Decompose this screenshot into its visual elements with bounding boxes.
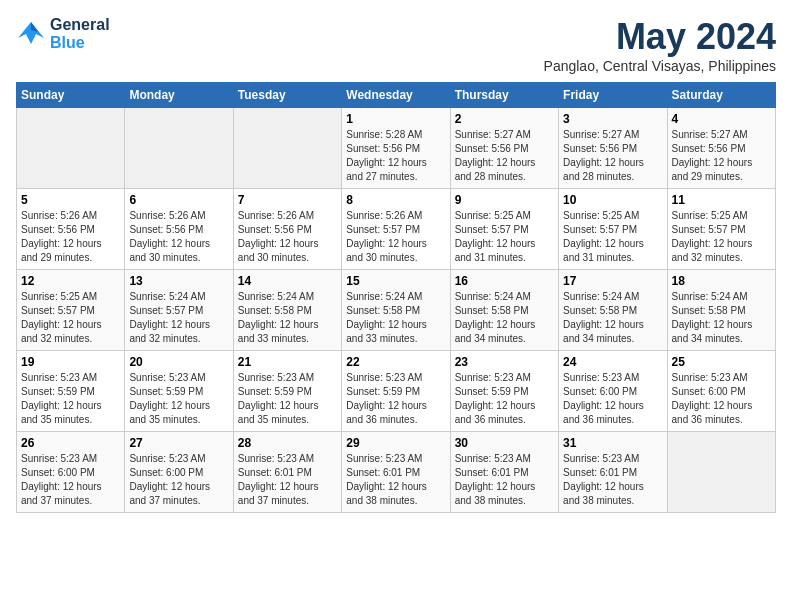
day-number: 3 xyxy=(563,112,662,126)
day-info: Sunrise: 5:23 AM Sunset: 6:00 PM Dayligh… xyxy=(129,452,228,508)
day-info: Sunrise: 5:23 AM Sunset: 5:59 PM Dayligh… xyxy=(129,371,228,427)
day-number: 24 xyxy=(563,355,662,369)
day-info: Sunrise: 5:24 AM Sunset: 5:57 PM Dayligh… xyxy=(129,290,228,346)
calendar-cell: 7Sunrise: 5:26 AM Sunset: 5:56 PM Daylig… xyxy=(233,189,341,270)
day-info: Sunrise: 5:23 AM Sunset: 5:59 PM Dayligh… xyxy=(21,371,120,427)
calendar-cell: 11Sunrise: 5:25 AM Sunset: 5:57 PM Dayli… xyxy=(667,189,775,270)
calendar-cell: 31Sunrise: 5:23 AM Sunset: 6:01 PM Dayli… xyxy=(559,432,667,513)
calendar-cell xyxy=(667,432,775,513)
calendar-cell: 25Sunrise: 5:23 AM Sunset: 6:00 PM Dayli… xyxy=(667,351,775,432)
calendar-header-thursday: Thursday xyxy=(450,83,558,108)
day-number: 7 xyxy=(238,193,337,207)
calendar-cell: 22Sunrise: 5:23 AM Sunset: 5:59 PM Dayli… xyxy=(342,351,450,432)
calendar-cell: 15Sunrise: 5:24 AM Sunset: 5:58 PM Dayli… xyxy=(342,270,450,351)
day-info: Sunrise: 5:24 AM Sunset: 5:58 PM Dayligh… xyxy=(563,290,662,346)
calendar-header-monday: Monday xyxy=(125,83,233,108)
calendar-header-row: SundayMondayTuesdayWednesdayThursdayFrid… xyxy=(17,83,776,108)
day-info: Sunrise: 5:25 AM Sunset: 5:57 PM Dayligh… xyxy=(455,209,554,265)
day-info: Sunrise: 5:27 AM Sunset: 5:56 PM Dayligh… xyxy=(455,128,554,184)
day-number: 9 xyxy=(455,193,554,207)
calendar-cell: 24Sunrise: 5:23 AM Sunset: 6:00 PM Dayli… xyxy=(559,351,667,432)
day-info: Sunrise: 5:24 AM Sunset: 5:58 PM Dayligh… xyxy=(455,290,554,346)
calendar-cell: 14Sunrise: 5:24 AM Sunset: 5:58 PM Dayli… xyxy=(233,270,341,351)
day-number: 2 xyxy=(455,112,554,126)
day-info: Sunrise: 5:25 AM Sunset: 5:57 PM Dayligh… xyxy=(21,290,120,346)
day-number: 8 xyxy=(346,193,445,207)
day-info: Sunrise: 5:24 AM Sunset: 5:58 PM Dayligh… xyxy=(672,290,771,346)
calendar-week-3: 19Sunrise: 5:23 AM Sunset: 5:59 PM Dayli… xyxy=(17,351,776,432)
day-number: 19 xyxy=(21,355,120,369)
day-info: Sunrise: 5:25 AM Sunset: 5:57 PM Dayligh… xyxy=(672,209,771,265)
calendar-cell: 1Sunrise: 5:28 AM Sunset: 5:56 PM Daylig… xyxy=(342,108,450,189)
day-number: 13 xyxy=(129,274,228,288)
calendar-cell: 29Sunrise: 5:23 AM Sunset: 6:01 PM Dayli… xyxy=(342,432,450,513)
day-info: Sunrise: 5:25 AM Sunset: 5:57 PM Dayligh… xyxy=(563,209,662,265)
day-info: Sunrise: 5:26 AM Sunset: 5:56 PM Dayligh… xyxy=(238,209,337,265)
day-info: Sunrise: 5:23 AM Sunset: 5:59 PM Dayligh… xyxy=(455,371,554,427)
calendar-week-1: 5Sunrise: 5:26 AM Sunset: 5:56 PM Daylig… xyxy=(17,189,776,270)
calendar-cell: 16Sunrise: 5:24 AM Sunset: 5:58 PM Dayli… xyxy=(450,270,558,351)
day-number: 17 xyxy=(563,274,662,288)
day-info: Sunrise: 5:23 AM Sunset: 6:01 PM Dayligh… xyxy=(455,452,554,508)
calendar-cell: 10Sunrise: 5:25 AM Sunset: 5:57 PM Dayli… xyxy=(559,189,667,270)
month-title: May 2024 xyxy=(544,16,776,58)
calendar-cell: 9Sunrise: 5:25 AM Sunset: 5:57 PM Daylig… xyxy=(450,189,558,270)
calendar-cell: 2Sunrise: 5:27 AM Sunset: 5:56 PM Daylig… xyxy=(450,108,558,189)
calendar-header-saturday: Saturday xyxy=(667,83,775,108)
calendar-cell xyxy=(17,108,125,189)
day-info: Sunrise: 5:26 AM Sunset: 5:56 PM Dayligh… xyxy=(129,209,228,265)
calendar-cell: 17Sunrise: 5:24 AM Sunset: 5:58 PM Dayli… xyxy=(559,270,667,351)
day-info: Sunrise: 5:28 AM Sunset: 5:56 PM Dayligh… xyxy=(346,128,445,184)
calendar-header-sunday: Sunday xyxy=(17,83,125,108)
day-info: Sunrise: 5:23 AM Sunset: 6:01 PM Dayligh… xyxy=(563,452,662,508)
day-number: 1 xyxy=(346,112,445,126)
calendar-cell: 3Sunrise: 5:27 AM Sunset: 5:56 PM Daylig… xyxy=(559,108,667,189)
calendar-cell: 4Sunrise: 5:27 AM Sunset: 5:56 PM Daylig… xyxy=(667,108,775,189)
day-number: 16 xyxy=(455,274,554,288)
logo: General Blue xyxy=(16,16,110,52)
day-info: Sunrise: 5:23 AM Sunset: 5:59 PM Dayligh… xyxy=(238,371,337,427)
day-number: 15 xyxy=(346,274,445,288)
day-number: 14 xyxy=(238,274,337,288)
day-number: 29 xyxy=(346,436,445,450)
location-subtitle: Panglao, Central Visayas, Philippines xyxy=(544,58,776,74)
day-info: Sunrise: 5:23 AM Sunset: 6:01 PM Dayligh… xyxy=(238,452,337,508)
day-info: Sunrise: 5:27 AM Sunset: 5:56 PM Dayligh… xyxy=(563,128,662,184)
calendar-cell: 23Sunrise: 5:23 AM Sunset: 5:59 PM Dayli… xyxy=(450,351,558,432)
day-info: Sunrise: 5:23 AM Sunset: 6:00 PM Dayligh… xyxy=(672,371,771,427)
page-header: General Blue May 2024 Panglao, Central V… xyxy=(16,16,776,74)
logo-text: General Blue xyxy=(50,16,110,52)
calendar-cell: 19Sunrise: 5:23 AM Sunset: 5:59 PM Dayli… xyxy=(17,351,125,432)
day-number: 11 xyxy=(672,193,771,207)
calendar-header-wednesday: Wednesday xyxy=(342,83,450,108)
day-number: 30 xyxy=(455,436,554,450)
calendar-cell: 5Sunrise: 5:26 AM Sunset: 5:56 PM Daylig… xyxy=(17,189,125,270)
day-info: Sunrise: 5:23 AM Sunset: 6:01 PM Dayligh… xyxy=(346,452,445,508)
calendar-week-2: 12Sunrise: 5:25 AM Sunset: 5:57 PM Dayli… xyxy=(17,270,776,351)
day-number: 23 xyxy=(455,355,554,369)
day-number: 10 xyxy=(563,193,662,207)
calendar-cell xyxy=(233,108,341,189)
calendar-cell: 28Sunrise: 5:23 AM Sunset: 6:01 PM Dayli… xyxy=(233,432,341,513)
calendar-table: SundayMondayTuesdayWednesdayThursdayFrid… xyxy=(16,82,776,513)
calendar-cell: 13Sunrise: 5:24 AM Sunset: 5:57 PM Dayli… xyxy=(125,270,233,351)
day-number: 21 xyxy=(238,355,337,369)
day-number: 28 xyxy=(238,436,337,450)
calendar-header-tuesday: Tuesday xyxy=(233,83,341,108)
day-info: Sunrise: 5:26 AM Sunset: 5:57 PM Dayligh… xyxy=(346,209,445,265)
day-info: Sunrise: 5:26 AM Sunset: 5:56 PM Dayligh… xyxy=(21,209,120,265)
day-number: 18 xyxy=(672,274,771,288)
day-number: 5 xyxy=(21,193,120,207)
calendar-header-friday: Friday xyxy=(559,83,667,108)
calendar-week-0: 1Sunrise: 5:28 AM Sunset: 5:56 PM Daylig… xyxy=(17,108,776,189)
title-block: May 2024 Panglao, Central Visayas, Phili… xyxy=(544,16,776,74)
calendar-cell: 18Sunrise: 5:24 AM Sunset: 5:58 PM Dayli… xyxy=(667,270,775,351)
day-number: 27 xyxy=(129,436,228,450)
day-number: 26 xyxy=(21,436,120,450)
day-number: 25 xyxy=(672,355,771,369)
calendar-cell: 6Sunrise: 5:26 AM Sunset: 5:56 PM Daylig… xyxy=(125,189,233,270)
day-info: Sunrise: 5:23 AM Sunset: 6:00 PM Dayligh… xyxy=(21,452,120,508)
day-number: 31 xyxy=(563,436,662,450)
calendar-cell: 26Sunrise: 5:23 AM Sunset: 6:00 PM Dayli… xyxy=(17,432,125,513)
day-number: 20 xyxy=(129,355,228,369)
